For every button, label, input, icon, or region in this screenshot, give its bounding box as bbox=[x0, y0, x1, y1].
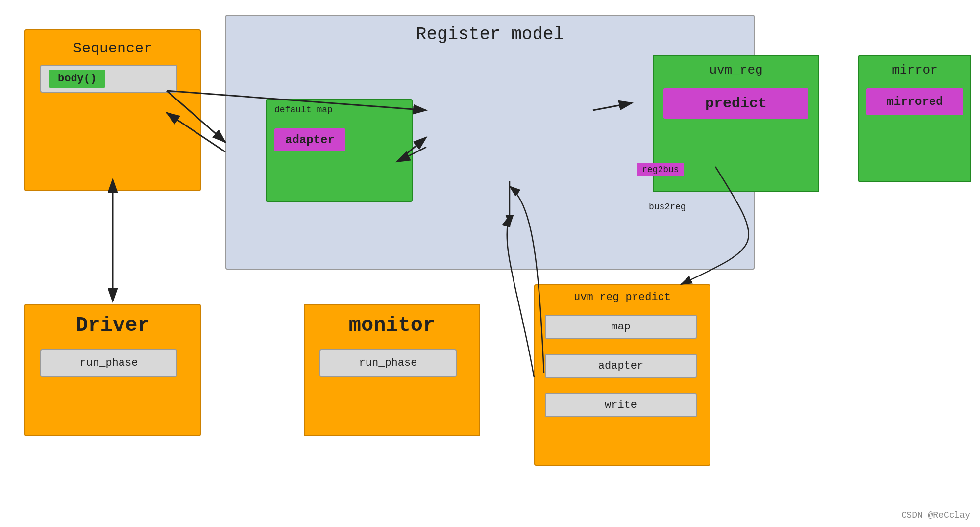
monitor-run-phase: run_phase bbox=[319, 349, 457, 377]
sequencer-inner: body() bbox=[40, 65, 177, 93]
sequencer-box: Sequencer body() bbox=[24, 29, 201, 191]
mirror-box: mirror mirrored bbox=[858, 55, 971, 182]
bus2reg-label: bus2reg bbox=[649, 202, 686, 212]
default-map-label: default_map bbox=[274, 105, 404, 115]
sequencer-title: Sequencer bbox=[73, 40, 152, 57]
predict-purple: predict bbox=[663, 88, 808, 119]
register-model-box: Register model default_map adapter uvm_r… bbox=[225, 15, 755, 270]
monitor-box: monitor run_phase bbox=[304, 304, 480, 436]
default-map-box: default_map adapter bbox=[266, 99, 413, 202]
body-label: body() bbox=[49, 70, 105, 88]
driver-box: Driver run_phase bbox=[24, 304, 201, 436]
monitor-title: monitor bbox=[349, 314, 435, 337]
reg2bus-label: reg2bus bbox=[637, 163, 684, 176]
uvm-reg-predict-box: uvm_reg_predict map adapter write bbox=[534, 284, 710, 466]
uvm-reg-title: uvm_reg bbox=[709, 63, 762, 77]
driver-run-phase: run_phase bbox=[40, 349, 177, 377]
register-model-title: Register model bbox=[416, 25, 564, 45]
predict-map-row: map bbox=[545, 315, 697, 339]
main-canvas: Register model default_map adapter uvm_r… bbox=[0, 0, 980, 527]
watermark: CSDN @ReCclay bbox=[902, 510, 970, 520]
mirrored-purple: mirrored bbox=[866, 88, 963, 115]
predict-adapter-row: adapter bbox=[545, 354, 697, 378]
mirror-title: mirror bbox=[892, 63, 938, 77]
adapter-purple-label: adapter bbox=[274, 128, 345, 151]
uvm-reg-predict-title: uvm_reg_predict bbox=[574, 291, 671, 303]
predict-write-row: write bbox=[545, 393, 697, 417]
driver-title: Driver bbox=[75, 314, 149, 337]
